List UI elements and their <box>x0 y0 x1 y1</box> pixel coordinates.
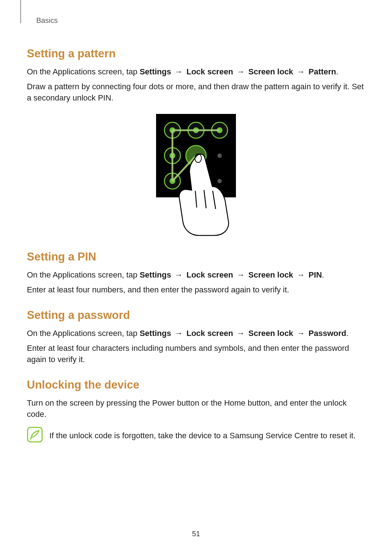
arrow-icon: → <box>235 329 246 338</box>
arrow-icon: → <box>295 270 306 279</box>
page-content: Basics Setting a pattern On the Applicat… <box>0 0 392 475</box>
arrow-icon: → <box>235 67 246 76</box>
pattern-path-0: Settings <box>140 67 171 76</box>
pin-path-2: Screen lock <box>248 270 293 279</box>
note-text: If the unlock code is forgotten, take th… <box>49 428 365 442</box>
pin-path-3: PIN <box>309 270 322 279</box>
arrow-icon: → <box>235 270 246 279</box>
password-body: Enter at least four characters including… <box>27 343 365 365</box>
password-path-0: Settings <box>140 329 171 338</box>
pin-body: Enter at least four numbers, and then en… <box>27 284 365 296</box>
note-row: If the unlock code is forgotten, take th… <box>27 428 365 446</box>
svg-point-8 <box>217 179 222 183</box>
password-path-2: Screen lock <box>248 329 293 338</box>
pattern-path-3: Pattern <box>309 67 336 76</box>
heading-unlock: Unlocking the device <box>27 377 365 393</box>
pattern-path-line: On the Applications screen, tap Settings… <box>27 66 365 78</box>
heading-pattern: Setting a pattern <box>27 46 365 61</box>
pin-intro-prefix: On the Applications screen, tap <box>27 270 140 279</box>
heading-pin: Setting a PIN <box>27 249 365 264</box>
page-number: 51 <box>0 529 392 539</box>
pin-path-line: On the Applications screen, tap Settings… <box>27 270 365 281</box>
pattern-path-1: Lock screen <box>187 67 233 76</box>
arrow-icon: → <box>295 329 306 338</box>
heading-password: Setting a password <box>27 307 365 323</box>
arrow-icon: → <box>173 270 184 279</box>
header-rule <box>20 0 21 23</box>
pin-path-0: Settings <box>140 270 171 279</box>
pattern-illustration <box>27 114 365 237</box>
pattern-path-2: Screen lock <box>248 67 293 76</box>
password-path-3: Password <box>309 329 346 338</box>
pin-path-1: Lock screen <box>187 270 233 279</box>
pattern-body: Draw a pattern by connecting four dots o… <box>27 81 365 104</box>
svg-rect-20 <box>28 427 42 442</box>
arrow-icon: → <box>173 67 184 76</box>
pattern-svg <box>156 114 236 237</box>
password-path-1: Lock screen <box>187 329 233 338</box>
password-path-line: On the Applications screen, tap Settings… <box>27 328 365 339</box>
pattern-intro-prefix: On the Applications screen, tap <box>27 67 140 76</box>
unlock-body: Turn on the screen by pressing the Power… <box>27 398 365 420</box>
breadcrumb: Basics <box>36 15 365 25</box>
svg-point-6 <box>217 153 222 158</box>
password-intro-prefix: On the Applications screen, tap <box>27 329 140 338</box>
note-icon <box>27 427 43 446</box>
arrow-icon: → <box>295 67 306 76</box>
arrow-icon: → <box>173 329 184 338</box>
